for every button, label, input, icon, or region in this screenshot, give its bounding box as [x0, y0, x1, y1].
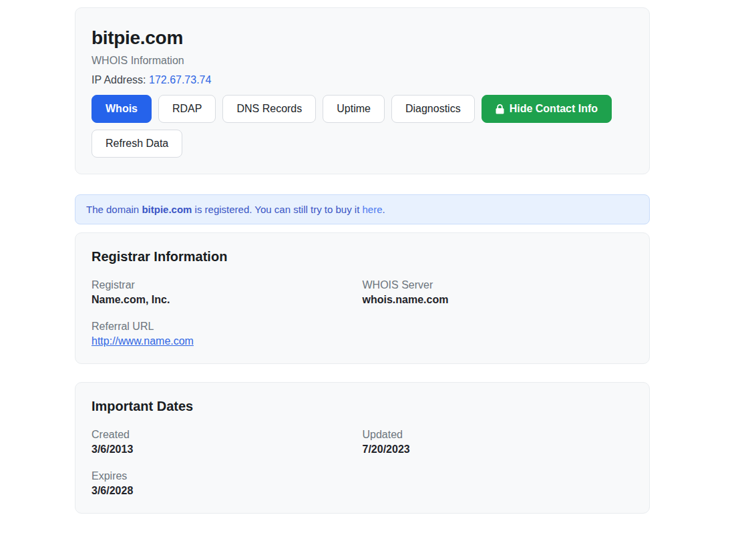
field-referral-url: Referral URL http://www.name.com — [91, 321, 363, 347]
tab-dns-records[interactable]: DNS Records — [222, 95, 316, 123]
field-expires: Expires 3/6/2028 — [91, 470, 363, 497]
field-label: Updated — [363, 429, 634, 441]
referral-url-link[interactable]: http://www.name.com — [91, 335, 194, 347]
field-label: Registrar — [91, 279, 363, 291]
buy-here-link[interactable]: here — [363, 204, 383, 215]
registrar-info-card: Registrar Information Registrar Name.com… — [75, 232, 650, 364]
dates-card-title: Important Dates — [91, 399, 633, 414]
hide-contact-info-button[interactable]: Hide Contact Info — [482, 95, 612, 123]
field-empty — [363, 321, 634, 347]
whois-subtitle: WHOIS Information — [91, 55, 633, 67]
dates-field-grid: Created 3/6/2013 Updated 7/20/2023 Expir… — [91, 429, 633, 497]
field-created: Created 3/6/2013 — [91, 429, 363, 456]
alert-domain: bitpie.com — [142, 204, 192, 215]
refresh-data-button[interactable]: Refresh Data — [91, 130, 182, 158]
tab-diagnostics[interactable]: Diagnostics — [391, 95, 475, 123]
field-updated: Updated 7/20/2023 — [363, 429, 634, 456]
field-registrar: Registrar Name.com, Inc. — [91, 279, 363, 306]
registrar-field-grid: Registrar Name.com, Inc. WHOIS Server wh… — [91, 279, 633, 347]
whois-page: bitpie.com WHOIS Information IP Address:… — [0, 0, 756, 535]
field-label: Referral URL — [91, 321, 363, 333]
registered-alert: The domain bitpie.com is registered. You… — [75, 194, 650, 224]
action-button-row: Whois RDAP DNS Records Uptime Diagnostic… — [91, 95, 633, 158]
field-label: Expires — [91, 470, 363, 482]
field-value: 3/6/2013 — [91, 443, 363, 456]
tab-uptime[interactable]: Uptime — [323, 95, 385, 123]
main-content: bitpie.com WHOIS Information IP Address:… — [75, 7, 650, 532]
important-dates-card: Important Dates Created 3/6/2013 Updated… — [75, 382, 650, 514]
lock-icon — [496, 104, 504, 114]
tab-whois[interactable]: Whois — [91, 95, 152, 123]
field-value: 7/20/2023 — [363, 443, 634, 456]
field-value: 3/6/2028 — [91, 485, 363, 497]
field-value: Name.com, Inc. — [91, 294, 363, 306]
field-value: whois.name.com — [363, 294, 634, 306]
registrar-card-title: Registrar Information — [91, 249, 633, 264]
field-label: WHOIS Server — [363, 279, 634, 291]
page-title: bitpie.com — [91, 27, 633, 49]
field-whois-server: WHOIS Server whois.name.com — [363, 279, 634, 306]
alert-prefix: The domain — [86, 204, 142, 215]
domain-header-card: bitpie.com WHOIS Information IP Address:… — [75, 7, 650, 174]
hide-contact-info-label: Hide Contact Info — [510, 104, 598, 114]
field-empty — [363, 470, 634, 497]
ip-label: IP Address: — [91, 74, 149, 85]
alert-middle: is registered. You can still try to buy … — [192, 204, 362, 215]
field-label: Created — [91, 429, 363, 441]
alert-suffix: . — [383, 204, 385, 215]
ip-address-link[interactable]: 172.67.73.74 — [149, 74, 211, 85]
tab-rdap[interactable]: RDAP — [158, 95, 216, 123]
ip-line: IP Address: 172.67.73.74 — [91, 74, 633, 86]
